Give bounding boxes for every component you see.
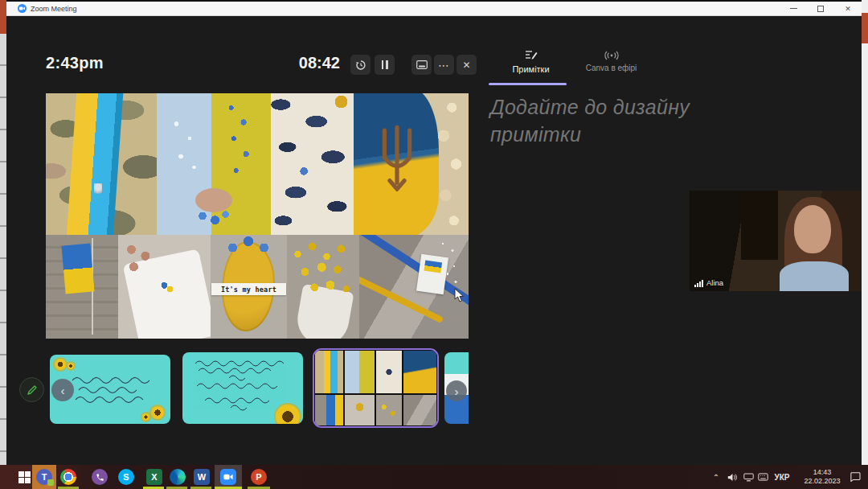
close-icon: ✕	[462, 60, 470, 71]
tab-canva-live-label: Canva в ефірі	[586, 64, 637, 72]
taskbar-word-icon[interactable]: W	[192, 467, 211, 487]
heart-pin	[160, 281, 174, 294]
status-badge	[47, 479, 54, 486]
trident-icon	[376, 124, 418, 191]
presenter-view-icon	[416, 60, 428, 69]
draw-tool-button[interactable]	[19, 377, 44, 402]
collage-mimosa-flowers-photo	[287, 235, 359, 339]
more-options-button[interactable]: ⋯	[434, 55, 454, 75]
pencil-icon	[27, 384, 38, 396]
chevron-right-icon: ›	[455, 385, 459, 397]
taskbar-excel-icon[interactable]: X	[145, 467, 164, 487]
collage-heart-pin-photo	[118, 235, 211, 339]
taskbar-powerpoint-icon[interactable]: P	[249, 467, 268, 487]
tray-hidden-icons-button[interactable]: ⌃	[709, 465, 723, 489]
presenter-clock: 2:43pm	[46, 54, 104, 72]
maximize-button[interactable]	[807, 2, 834, 15]
collage-trident-art-photo	[354, 93, 469, 235]
tray-input-indicator-button[interactable]	[755, 465, 770, 489]
taskbar-viber-icon[interactable]	[90, 467, 109, 487]
chevron-up-icon: ⌃	[713, 473, 719, 482]
ukraine-flag	[61, 244, 94, 294]
pause-timer-button[interactable]	[375, 55, 395, 75]
collage-soldier-flag-photo	[46, 93, 157, 235]
ellipsis-icon: ⋯	[438, 59, 450, 72]
action-center-button[interactable]	[845, 465, 865, 489]
taskbar-zoom-icon[interactable]	[219, 467, 238, 487]
keyboard-icon	[758, 473, 768, 481]
window-title: Zoom Meeting	[31, 5, 77, 13]
windows-logo-icon	[18, 471, 31, 483]
taskbar-teams-icon[interactable]: T	[35, 467, 54, 487]
background-window-right-edge	[862, 0, 868, 465]
ukraine-flag-ribbon	[66, 93, 123, 235]
taskbar-skype-icon[interactable]: S	[117, 467, 136, 487]
webcam-video-tile[interactable]: Alina	[690, 191, 862, 291]
tray-language-button[interactable]: УКР	[770, 465, 794, 489]
connection-signal-icon	[694, 280, 703, 287]
background-window-accent	[862, 13, 868, 43]
presenter-toolbar-button[interactable]	[411, 55, 432, 75]
tray-volume-button[interactable]	[725, 465, 739, 489]
trident-pendant	[94, 183, 102, 196]
previous-slide-button[interactable]: ‹	[51, 379, 74, 401]
mouse-cursor	[454, 288, 465, 302]
background-window-left-edge	[0, 0, 6, 465]
taskbar-chrome-icon[interactable]	[59, 467, 78, 487]
collage-anatomical-heart-art: It's my heart	[211, 235, 287, 339]
exit-presentation-button[interactable]: ✕	[457, 55, 477, 75]
collage-embroidered-shirts-photo	[157, 93, 271, 235]
sunflower-decoration	[276, 405, 300, 424]
handwritten-text	[68, 374, 156, 409]
current-slide-collage: It's my heart	[46, 93, 469, 339]
participant-name-label: Alina	[694, 278, 723, 287]
viber-logo-icon	[92, 469, 108, 485]
next-slide-button[interactable]: ›	[446, 380, 467, 401]
heart-caption: It's my heart	[211, 283, 286, 295]
slide-thumbnail-3-selected[interactable]	[313, 348, 439, 428]
tray-time: 14:43	[813, 468, 832, 477]
start-button[interactable]	[14, 467, 34, 487]
broadcast-icon	[604, 51, 619, 60]
collage-thumbnail	[314, 350, 437, 426]
network-icon	[743, 473, 754, 482]
background-window-ruler	[0, 34, 6, 465]
speaker-icon	[727, 473, 738, 482]
windows-taskbar: T S X W P ⌃	[0, 465, 868, 489]
zoom-logo-icon	[18, 4, 27, 13]
participant-name: Alina	[706, 278, 723, 287]
collage-ribbons-photo	[359, 235, 469, 339]
window-titlebar[interactable]: Zoom Meeting ✕	[6, 2, 862, 16]
pause-icon	[382, 60, 388, 69]
slide-thumbnail-2[interactable]	[182, 352, 303, 424]
tray-date: 22.02.2023	[804, 477, 840, 486]
tab-notes[interactable]: Примітки	[489, 49, 573, 74]
tray-network-button[interactable]	[741, 465, 755, 489]
language-label: УКР	[775, 473, 790, 482]
collage-floral-embroidery-photo	[271, 93, 354, 235]
tab-canva-live[interactable]: Canva в ефірі	[569, 51, 653, 72]
reset-timer-icon	[355, 60, 366, 71]
blue-flowers	[192, 204, 234, 233]
notes-placeholder-text[interactable]: Додайте до дизайну примітки	[490, 94, 691, 149]
presenter-timer: 08:42	[272, 54, 340, 72]
reset-timer-button[interactable]	[350, 55, 371, 75]
zoom-camera-icon	[220, 469, 236, 485]
collage-flag-on-pole-photo	[46, 235, 118, 339]
chevron-left-icon: ‹	[61, 384, 65, 397]
sunflower-decoration	[55, 359, 66, 370]
minimize-button[interactable]	[780, 2, 807, 15]
edge-logo-icon	[170, 469, 186, 485]
tab-notes-label: Примітки	[512, 64, 549, 74]
taskbar-edge-icon[interactable]	[168, 467, 187, 487]
notes-pen-icon	[525, 49, 538, 61]
active-tab-underline	[489, 83, 567, 85]
background-window-accent	[0, 0, 6, 34]
dried-flowers	[427, 93, 469, 235]
close-button[interactable]: ✕	[834, 2, 862, 15]
action-center-icon	[850, 472, 861, 482]
tray-clock-button[interactable]: 14:43 22.02.2023	[797, 465, 847, 489]
chrome-logo-icon	[60, 469, 76, 485]
